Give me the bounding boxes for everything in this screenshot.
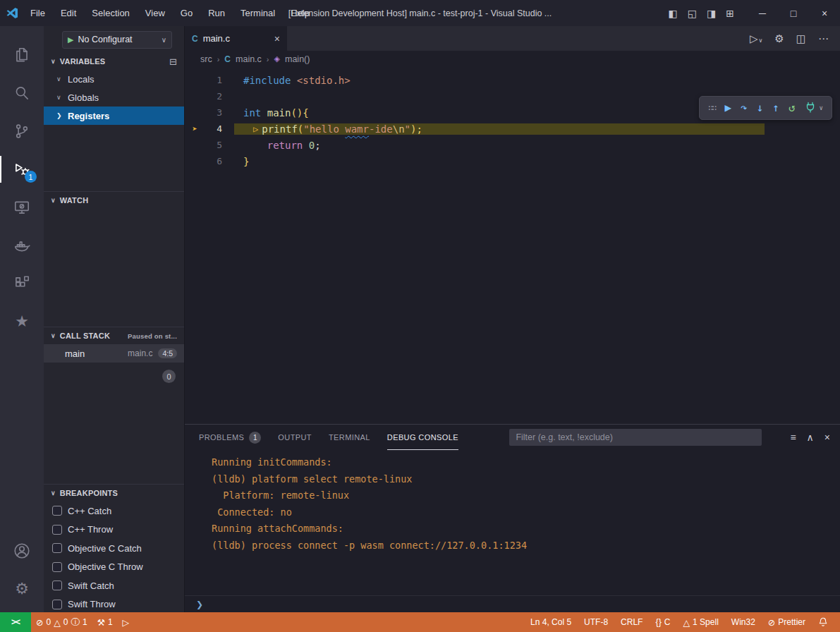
menu-go[interactable]: Go <box>174 5 199 21</box>
activity-run-debug[interactable]: 1 <box>0 150 44 188</box>
toggle-sidebar-icon[interactable]: ◧ <box>669 8 678 19</box>
status-bar: >< ⊘ 0 △ 0 ⓘ 1 ⚒ 1 ▷ Ln 4, Col 5 UTF-8 C… <box>0 612 840 632</box>
checkbox[interactable] <box>52 581 62 590</box>
encoding-indicator[interactable]: UTF-8 <box>578 612 614 632</box>
breakpoint-swift-catch[interactable]: Swift Catch <box>44 576 184 595</box>
maximize-panel-icon[interactable]: ∧ <box>807 432 814 443</box>
step-out-button[interactable]: ↑ <box>772 102 779 114</box>
breakpoint-cpp-throw[interactable]: C++ Throw <box>44 521 184 540</box>
breakpoint-objc-catch[interactable]: Objective C Catch <box>44 539 184 558</box>
collapse-all-icon[interactable]: ⊟ <box>169 56 177 67</box>
step-over-button[interactable]: ↷ <box>741 102 748 114</box>
activity-remote-explorer[interactable] <box>0 188 44 226</box>
activity-docker[interactable] <box>0 226 44 265</box>
breakpoints-header[interactable]: ∨ BREAKPOINTS <box>44 485 184 502</box>
menu-file[interactable]: File <box>24 5 51 21</box>
remote-indicator[interactable]: >< <box>0 612 31 632</box>
language-mode[interactable]: {} C <box>649 612 676 632</box>
chevron-expanded-icon: ∨ <box>51 197 56 204</box>
code-line-4-current: ➤ 4 ▷printf("hello wamr-ide\n"); <box>185 121 840 137</box>
toolchain-status[interactable]: ⚒ 1 <box>92 612 118 632</box>
activity-account[interactable] <box>0 532 44 570</box>
menu-selection[interactable]: Selection <box>85 5 135 21</box>
call-stack-section: ∨ CALL STACK Paused on st... main main.c… <box>44 327 184 484</box>
console-filter-input[interactable] <box>509 429 762 446</box>
minimize-button[interactable]: ─ <box>747 0 778 26</box>
continue-button[interactable]: ▶ <box>724 102 731 114</box>
spell-warning-squiggle: wamr <box>345 123 369 135</box>
checkbox[interactable] <box>52 600 62 609</box>
tab-debug-console[interactable]: DEBUG CONSOLE <box>387 425 458 450</box>
inline-breakpoint-icon[interactable]: ▷ <box>253 124 258 134</box>
start-debug-icon[interactable]: ▶ <box>68 35 73 44</box>
step-into-button[interactable]: ↓ <box>757 102 764 114</box>
menu-run[interactable]: Run <box>202 5 231 21</box>
notifications-bell[interactable] <box>812 612 834 632</box>
restart-button[interactable]: ↺ <box>789 102 796 114</box>
breakpoint-objc-throw[interactable]: Objective C Throw <box>44 558 184 577</box>
activity-explorer[interactable] <box>0 36 44 74</box>
problems-status[interactable]: ⊘ 0 △ 0 ⓘ 1 <box>31 612 92 632</box>
menu-view[interactable]: View <box>139 5 171 21</box>
disconnect-button[interactable] <box>805 102 816 115</box>
split-editor-icon[interactable]: ◫ <box>796 32 806 45</box>
tab-main-c[interactable]: C main.c × <box>185 26 287 51</box>
activity-extensions[interactable] <box>0 265 44 303</box>
variables-locals[interactable]: ∨ Locals <box>44 70 184 88</box>
breadcrumb-symbol[interactable]: main() <box>285 54 310 64</box>
breadcrumb-folder[interactable]: src <box>200 54 212 64</box>
console-input[interactable]: ❯ <box>185 595 840 612</box>
debug-play-icon: ▷ <box>123 617 130 628</box>
menu-terminal[interactable]: Terminal <box>234 5 281 21</box>
spell-checker-status[interactable]: △ 1 Spell <box>676 612 724 632</box>
checkbox[interactable] <box>52 525 62 535</box>
bell-icon <box>818 617 828 627</box>
eol-indicator[interactable]: CRLF <box>614 612 649 632</box>
tab-problems[interactable]: PROBLEMS 1 <box>199 425 261 450</box>
close-tab-icon[interactable]: × <box>274 33 280 44</box>
debug-config-dropdown[interactable]: ▶ No Configurat ∨ <box>62 31 172 49</box>
tools-count: 1 <box>108 617 113 627</box>
current-instruction-arrow-icon[interactable]: ➤ <box>185 124 205 134</box>
toggle-secondary-sidebar-icon[interactable]: ◨ <box>707 8 716 19</box>
checkbox[interactable] <box>52 543 62 553</box>
close-button[interactable]: × <box>809 0 840 26</box>
stack-frame-row[interactable]: main main.c 4:5 <box>44 344 184 363</box>
breadcrumb-file[interactable]: main.c <box>236 54 262 64</box>
console-menu-icon[interactable]: ≡ <box>790 432 796 443</box>
watch-header[interactable]: ∨ WATCH <box>44 192 184 209</box>
code-editor[interactable]: ∷∷ ▶ ↷ ↓ ↑ ↺ ∨ 1 #include <stdio.h> 2 <box>185 67 840 424</box>
call-stack-title: CALL STACK <box>60 332 110 340</box>
checkbox[interactable] <box>52 506 62 516</box>
platform-indicator[interactable]: Win32 <box>725 612 762 632</box>
cursor-position[interactable]: Ln 4, Col 5 <box>524 612 578 632</box>
variables-globals[interactable]: ∨ Globals <box>44 88 184 107</box>
activity-settings[interactable]: ⚙ <box>0 570 44 608</box>
variables-registers[interactable]: ❯ Registers <box>44 107 184 125</box>
debug-session-dropdown-icon[interactable]: ∨ <box>820 104 823 111</box>
activity-source-control[interactable] <box>0 112 44 150</box>
activity-favorites[interactable]: ★ <box>0 303 44 341</box>
chevron-separator-icon: › <box>267 55 269 63</box>
run-or-debug-button[interactable]: ▷ ∨ <box>750 32 762 45</box>
checkbox[interactable] <box>52 562 62 572</box>
breakpoint-swift-throw[interactable]: Swift Throw <box>44 595 184 613</box>
breakpoint-cpp-catch[interactable]: C++ Catch <box>44 502 184 521</box>
tab-terminal[interactable]: TERMINAL <box>329 425 370 450</box>
chevron-expanded-icon: ∨ <box>56 75 63 83</box>
debug-target-status[interactable]: ▷ <box>118 612 135 632</box>
formatter-status[interactable]: ⊘ Prettier <box>762 612 812 632</box>
activity-search[interactable] <box>0 74 44 112</box>
toggle-panel-icon[interactable]: ◱ <box>688 8 697 19</box>
debug-console-output[interactable]: Running initCommands: (lldb) platform se… <box>185 450 840 595</box>
menu-edit[interactable]: Edit <box>54 5 83 21</box>
variables-header[interactable]: ∨ VARIABLES ⊟ <box>44 53 184 70</box>
tab-output[interactable]: OUTPUT <box>278 425 312 450</box>
more-actions-icon[interactable]: ⋯ <box>818 32 829 45</box>
maximize-button[interactable]: □ <box>778 0 809 26</box>
call-stack-header[interactable]: ∨ CALL STACK Paused on st... <box>44 327 184 344</box>
customize-layout-icon[interactable]: ⊞ <box>726 8 734 19</box>
drag-handle-icon[interactable]: ∷∷ <box>708 103 715 113</box>
close-panel-icon[interactable]: × <box>824 432 830 443</box>
toolchain-gear-icon[interactable]: ⚙ <box>774 32 784 45</box>
